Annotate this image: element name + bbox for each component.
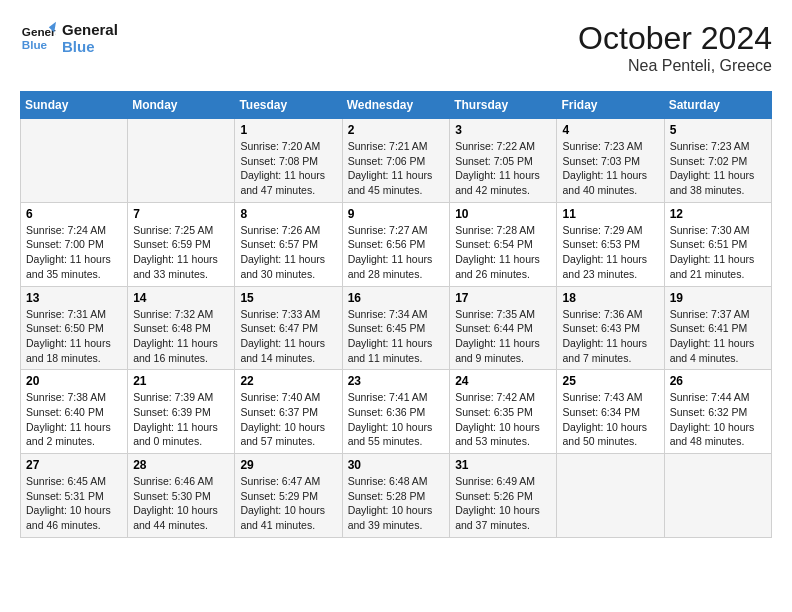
logo-icon: General Blue — [20, 20, 56, 56]
day-info: Sunrise: 7:34 AMSunset: 6:45 PMDaylight:… — [348, 307, 445, 366]
calendar-cell: 3Sunrise: 7:22 AMSunset: 7:05 PMDaylight… — [450, 119, 557, 203]
day-number: 25 — [562, 374, 658, 388]
weekday-header: Tuesday — [235, 92, 342, 119]
calendar-cell: 16Sunrise: 7:34 AMSunset: 6:45 PMDayligh… — [342, 286, 450, 370]
calendar-cell: 7Sunrise: 7:25 AMSunset: 6:59 PMDaylight… — [128, 202, 235, 286]
day-info: Sunrise: 6:49 AMSunset: 5:26 PMDaylight:… — [455, 474, 551, 533]
calendar-cell: 26Sunrise: 7:44 AMSunset: 6:32 PMDayligh… — [664, 370, 771, 454]
day-info: Sunrise: 7:37 AMSunset: 6:41 PMDaylight:… — [670, 307, 766, 366]
day-number: 26 — [670, 374, 766, 388]
calendar-cell: 25Sunrise: 7:43 AMSunset: 6:34 PMDayligh… — [557, 370, 664, 454]
calendar-cell: 24Sunrise: 7:42 AMSunset: 6:35 PMDayligh… — [450, 370, 557, 454]
day-info: Sunrise: 7:42 AMSunset: 6:35 PMDaylight:… — [455, 390, 551, 449]
weekday-header: Friday — [557, 92, 664, 119]
calendar-header-row: SundayMondayTuesdayWednesdayThursdayFrid… — [21, 92, 772, 119]
day-number: 15 — [240, 291, 336, 305]
day-number: 8 — [240, 207, 336, 221]
day-number: 20 — [26, 374, 122, 388]
weekday-header: Sunday — [21, 92, 128, 119]
calendar-cell: 2Sunrise: 7:21 AMSunset: 7:06 PMDaylight… — [342, 119, 450, 203]
day-info: Sunrise: 7:33 AMSunset: 6:47 PMDaylight:… — [240, 307, 336, 366]
day-number: 2 — [348, 123, 445, 137]
page-header: General Blue General Blue October 2024 N… — [20, 20, 772, 75]
calendar-cell: 29Sunrise: 6:47 AMSunset: 5:29 PMDayligh… — [235, 454, 342, 538]
day-info: Sunrise: 7:29 AMSunset: 6:53 PMDaylight:… — [562, 223, 658, 282]
calendar-cell — [664, 454, 771, 538]
calendar-week-row: 27Sunrise: 6:45 AMSunset: 5:31 PMDayligh… — [21, 454, 772, 538]
calendar-cell: 1Sunrise: 7:20 AMSunset: 7:08 PMDaylight… — [235, 119, 342, 203]
logo-text-line1: General — [62, 21, 118, 38]
day-info: Sunrise: 6:47 AMSunset: 5:29 PMDaylight:… — [240, 474, 336, 533]
day-info: Sunrise: 7:44 AMSunset: 6:32 PMDaylight:… — [670, 390, 766, 449]
day-info: Sunrise: 7:25 AMSunset: 6:59 PMDaylight:… — [133, 223, 229, 282]
calendar-cell — [21, 119, 128, 203]
calendar-cell: 15Sunrise: 7:33 AMSunset: 6:47 PMDayligh… — [235, 286, 342, 370]
calendar-cell: 28Sunrise: 6:46 AMSunset: 5:30 PMDayligh… — [128, 454, 235, 538]
calendar-cell: 5Sunrise: 7:23 AMSunset: 7:02 PMDaylight… — [664, 119, 771, 203]
logo: General Blue General Blue — [20, 20, 118, 56]
day-info: Sunrise: 7:24 AMSunset: 7:00 PMDaylight:… — [26, 223, 122, 282]
day-info: Sunrise: 6:48 AMSunset: 5:28 PMDaylight:… — [348, 474, 445, 533]
day-info: Sunrise: 7:40 AMSunset: 6:37 PMDaylight:… — [240, 390, 336, 449]
day-number: 27 — [26, 458, 122, 472]
day-info: Sunrise: 7:43 AMSunset: 6:34 PMDaylight:… — [562, 390, 658, 449]
calendar-cell: 12Sunrise: 7:30 AMSunset: 6:51 PMDayligh… — [664, 202, 771, 286]
day-number: 10 — [455, 207, 551, 221]
calendar-cell: 9Sunrise: 7:27 AMSunset: 6:56 PMDaylight… — [342, 202, 450, 286]
day-number: 18 — [562, 291, 658, 305]
day-number: 31 — [455, 458, 551, 472]
day-info: Sunrise: 7:38 AMSunset: 6:40 PMDaylight:… — [26, 390, 122, 449]
day-number: 14 — [133, 291, 229, 305]
calendar-table: SundayMondayTuesdayWednesdayThursdayFrid… — [20, 91, 772, 538]
day-number: 23 — [348, 374, 445, 388]
day-number: 16 — [348, 291, 445, 305]
calendar-week-row: 13Sunrise: 7:31 AMSunset: 6:50 PMDayligh… — [21, 286, 772, 370]
day-number: 28 — [133, 458, 229, 472]
calendar-cell: 6Sunrise: 7:24 AMSunset: 7:00 PMDaylight… — [21, 202, 128, 286]
calendar-cell: 17Sunrise: 7:35 AMSunset: 6:44 PMDayligh… — [450, 286, 557, 370]
day-info: Sunrise: 7:30 AMSunset: 6:51 PMDaylight:… — [670, 223, 766, 282]
calendar-week-row: 20Sunrise: 7:38 AMSunset: 6:40 PMDayligh… — [21, 370, 772, 454]
day-number: 19 — [670, 291, 766, 305]
calendar-cell: 4Sunrise: 7:23 AMSunset: 7:03 PMDaylight… — [557, 119, 664, 203]
weekday-header: Thursday — [450, 92, 557, 119]
calendar-week-row: 6Sunrise: 7:24 AMSunset: 7:00 PMDaylight… — [21, 202, 772, 286]
month-title: October 2024 — [578, 20, 772, 57]
day-number: 1 — [240, 123, 336, 137]
day-number: 9 — [348, 207, 445, 221]
calendar-cell: 11Sunrise: 7:29 AMSunset: 6:53 PMDayligh… — [557, 202, 664, 286]
day-number: 11 — [562, 207, 658, 221]
calendar-cell: 23Sunrise: 7:41 AMSunset: 6:36 PMDayligh… — [342, 370, 450, 454]
day-info: Sunrise: 7:22 AMSunset: 7:05 PMDaylight:… — [455, 139, 551, 198]
day-number: 30 — [348, 458, 445, 472]
day-number: 24 — [455, 374, 551, 388]
day-info: Sunrise: 6:45 AMSunset: 5:31 PMDaylight:… — [26, 474, 122, 533]
calendar-cell: 19Sunrise: 7:37 AMSunset: 6:41 PMDayligh… — [664, 286, 771, 370]
day-number: 3 — [455, 123, 551, 137]
day-info: Sunrise: 6:46 AMSunset: 5:30 PMDaylight:… — [133, 474, 229, 533]
svg-text:Blue: Blue — [22, 38, 48, 51]
day-info: Sunrise: 7:36 AMSunset: 6:43 PMDaylight:… — [562, 307, 658, 366]
weekday-header: Wednesday — [342, 92, 450, 119]
day-info: Sunrise: 7:41 AMSunset: 6:36 PMDaylight:… — [348, 390, 445, 449]
calendar-cell: 21Sunrise: 7:39 AMSunset: 6:39 PMDayligh… — [128, 370, 235, 454]
day-info: Sunrise: 7:20 AMSunset: 7:08 PMDaylight:… — [240, 139, 336, 198]
calendar-cell: 18Sunrise: 7:36 AMSunset: 6:43 PMDayligh… — [557, 286, 664, 370]
calendar-cell — [557, 454, 664, 538]
day-info: Sunrise: 7:23 AMSunset: 7:03 PMDaylight:… — [562, 139, 658, 198]
weekday-header: Saturday — [664, 92, 771, 119]
day-info: Sunrise: 7:35 AMSunset: 6:44 PMDaylight:… — [455, 307, 551, 366]
day-number: 12 — [670, 207, 766, 221]
day-number: 22 — [240, 374, 336, 388]
calendar-cell: 14Sunrise: 7:32 AMSunset: 6:48 PMDayligh… — [128, 286, 235, 370]
calendar-cell: 22Sunrise: 7:40 AMSunset: 6:37 PMDayligh… — [235, 370, 342, 454]
location: Nea Penteli, Greece — [578, 57, 772, 75]
calendar-cell: 27Sunrise: 6:45 AMSunset: 5:31 PMDayligh… — [21, 454, 128, 538]
day-info: Sunrise: 7:23 AMSunset: 7:02 PMDaylight:… — [670, 139, 766, 198]
day-info: Sunrise: 7:27 AMSunset: 6:56 PMDaylight:… — [348, 223, 445, 282]
day-number: 21 — [133, 374, 229, 388]
calendar-week-row: 1Sunrise: 7:20 AMSunset: 7:08 PMDaylight… — [21, 119, 772, 203]
title-block: October 2024 Nea Penteli, Greece — [578, 20, 772, 75]
day-number: 13 — [26, 291, 122, 305]
logo-text-line2: Blue — [62, 38, 118, 55]
